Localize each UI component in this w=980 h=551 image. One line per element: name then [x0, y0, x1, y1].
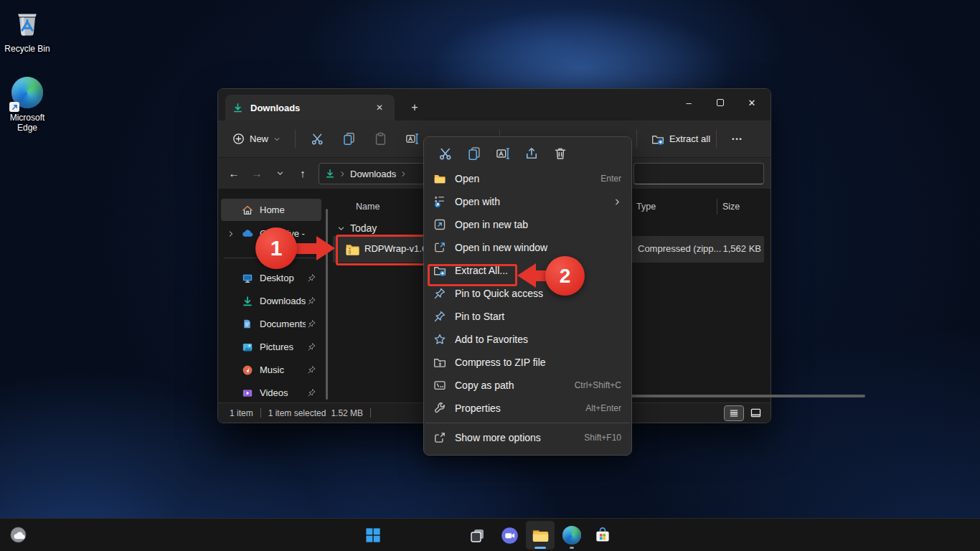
sidebar-item-label: Desktop — [260, 273, 306, 283]
breadcrumb-location[interactable]: Downloads — [350, 169, 396, 179]
rename-icon — [405, 132, 419, 146]
new-button-label: New — [250, 133, 268, 144]
task-view-button[interactable] — [463, 521, 492, 550]
menu-item-open-in-new-tab[interactable]: Open in new tab — [424, 213, 631, 236]
chevron-down-icon — [337, 225, 345, 232]
pin-icon — [307, 273, 317, 283]
recycle-bin-icon — [1, 6, 54, 42]
widgets-button[interactable] — [4, 521, 33, 550]
sidebar-item-pictures[interactable]: Pictures — [221, 336, 321, 358]
details-view-button[interactable] — [725, 406, 743, 420]
tab-close-button[interactable]: ✕ — [372, 100, 387, 116]
menu-item-properties[interactable]: Properties Alt+Enter — [424, 397, 631, 420]
chat-button[interactable] — [495, 521, 524, 550]
menu-item-compress-to-zip[interactable]: Compress to ZIP file — [424, 351, 631, 374]
tab-title: Downloads — [250, 103, 364, 113]
pin-icon — [307, 319, 317, 329]
new-button[interactable]: New — [224, 126, 289, 152]
step-number-badge: 2 — [545, 256, 585, 296]
sidebar-item-desktop[interactable]: Desktop — [221, 267, 321, 289]
column-header-name[interactable]: Name — [356, 202, 380, 212]
pin-icon — [307, 365, 317, 375]
pin-icon — [307, 296, 317, 306]
rename-button[interactable] — [489, 142, 517, 165]
download-icon — [242, 296, 254, 307]
download-icon — [325, 169, 335, 179]
status-item-count: 1 item — [230, 408, 253, 418]
back-button[interactable]: ← — [222, 163, 245, 184]
desktop-icon-microsoft-edge[interactable]: Microsoft Edge — [1, 75, 54, 133]
desktop-icon-label: Recycle Bin — [1, 44, 54, 54]
forward-button[interactable]: → — [245, 163, 268, 184]
menu-separator — [425, 423, 630, 423]
close-button[interactable]: ✕ — [736, 90, 768, 115]
start-button[interactable] — [359, 521, 387, 550]
sidebar-item-videos[interactable]: Videos — [221, 382, 321, 404]
chat-video-icon — [500, 526, 519, 545]
context-menu-quick-actions — [424, 140, 631, 167]
open-with-icon — [433, 195, 447, 208]
sidebar-item-home[interactable]: Home — [221, 199, 321, 221]
pin-icon — [307, 342, 317, 352]
sidebar-item-label: Music — [260, 364, 306, 375]
context-menu: Open Enter Open with Open in new tab — [423, 136, 632, 456]
extract-all-toolbar-button[interactable]: Extract all — [643, 126, 719, 152]
see-more-button[interactable]: ••• — [722, 126, 753, 152]
status-selection: 1 item selected — [268, 408, 326, 418]
new-tab-button[interactable]: + — [406, 99, 423, 116]
rename-icon — [496, 146, 510, 161]
edge-button[interactable] — [557, 521, 586, 550]
chevron-right-icon — [400, 171, 407, 177]
desktop-icon-recycle-bin[interactable]: Recycle Bin — [1, 6, 54, 54]
menu-shortcut: Shift+F10 — [584, 433, 621, 443]
running-indicator — [570, 547, 574, 549]
menu-item-open-in-new-window[interactable]: Open in new window — [424, 236, 631, 259]
sidebar-item-downloads[interactable]: Downloads — [221, 290, 321, 312]
cut-button[interactable] — [301, 126, 333, 152]
sidebar-item-music[interactable]: Music — [221, 359, 321, 381]
sidebar-item-label: Documents — [260, 319, 306, 329]
menu-item-copy-as-path[interactable]: Copy as path Ctrl+Shift+C — [424, 374, 631, 397]
recent-locations-button[interactable] — [268, 163, 291, 184]
group-header-today[interactable]: Today — [337, 222, 377, 234]
tab-bar: Downloads ✕ + – ✕ — [218, 89, 771, 121]
tab-downloads[interactable]: Downloads ✕ — [225, 95, 395, 121]
microsoft-store-button[interactable] — [588, 521, 617, 550]
menu-item-pin-to-start[interactable]: Pin to Start — [424, 305, 631, 328]
cut-button[interactable] — [431, 142, 460, 165]
file-size: 1,562 KB — [692, 243, 761, 254]
show-more-icon — [433, 431, 447, 444]
menu-item-add-to-favorites[interactable]: Add to Favorites — [424, 328, 631, 351]
column-header-type[interactable]: Type — [636, 202, 656, 212]
copy-button[interactable] — [460, 142, 489, 165]
new-tab-icon — [433, 218, 447, 231]
sidebar-item-documents[interactable]: Documents — [221, 313, 321, 335]
zip-folder-icon — [433, 356, 447, 369]
share-button[interactable] — [517, 142, 546, 165]
search-input[interactable] — [633, 163, 764, 184]
pin-icon — [307, 388, 317, 397]
copy-button[interactable] — [333, 126, 364, 152]
delete-button[interactable] — [546, 142, 575, 165]
column-header-size[interactable]: Size — [722, 202, 760, 212]
menu-item-open-with[interactable]: Open with — [424, 190, 631, 213]
file-explorer-button[interactable] — [526, 521, 555, 550]
chevron-down-icon — [276, 169, 284, 177]
column-divider[interactable] — [717, 199, 717, 215]
up-button[interactable]: ↑ — [291, 163, 314, 184]
minimize-button[interactable]: – — [673, 90, 705, 115]
arrow-head-right-icon — [316, 236, 335, 260]
menu-shortcut: Alt+Enter — [585, 403, 621, 413]
expand-chevron-icon[interactable] — [227, 230, 236, 237]
group-label: Today — [350, 222, 377, 234]
menu-item-show-more-options[interactable]: Show more options Shift+F10 — [424, 426, 631, 449]
menu-item-open[interactable]: Open Enter — [424, 167, 631, 190]
paste-icon — [374, 132, 387, 146]
details-view-icon — [729, 409, 739, 418]
maximize-button[interactable] — [705, 90, 736, 115]
new-window-icon — [433, 241, 447, 254]
windows-start-icon — [365, 527, 381, 543]
thumbnail-view-button[interactable] — [746, 406, 765, 420]
chevron-down-icon — [273, 136, 281, 143]
paste-button[interactable] — [364, 126, 396, 152]
